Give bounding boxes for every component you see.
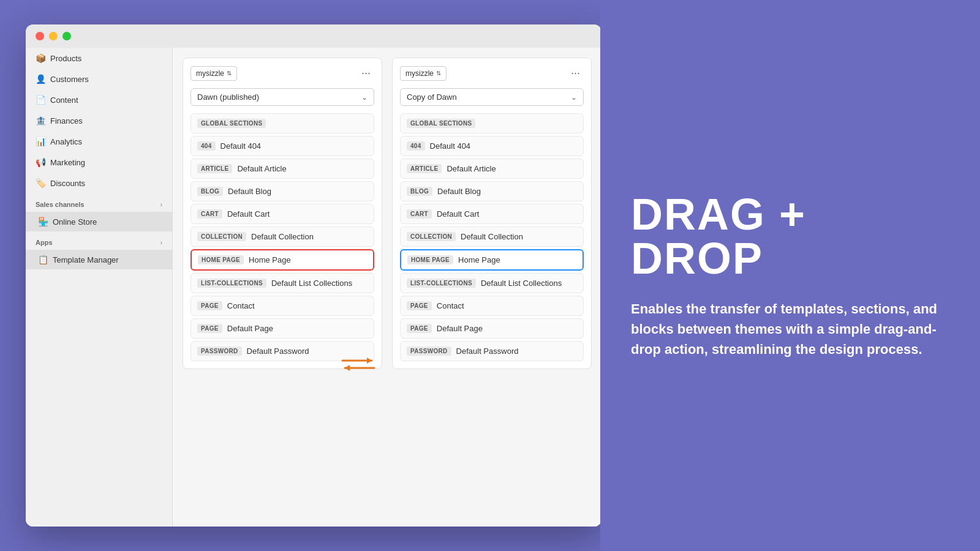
left-row-cart[interactable]: CART Default Cart [190, 204, 374, 224]
template-manager-icon: 📋 [38, 255, 48, 264]
browser-window: 📦 Products 👤 Customers 📄 Content 🏦 Finan… [26, 24, 601, 527]
right-row-collection[interactable]: COLLECTION Default Collection [400, 227, 584, 247]
left-more-button[interactable]: ··· [358, 66, 374, 81]
left-row-homepage[interactable]: HOME PAGE Home Page [190, 249, 374, 271]
left-store-badge[interactable]: mysizzle ⇅ [190, 66, 237, 81]
discounts-icon: 🏷️ [36, 178, 45, 188]
right-template-list: GLOBAL SECTIONS 404 Default 404 ARTICLE … [400, 113, 584, 361]
browser-body: 📦 Products 👤 Customers 📄 Content 🏦 Finan… [26, 48, 601, 527]
left-row-article[interactable]: ARTICLE Default Article [190, 159, 374, 179]
svg-marker-3 [345, 365, 350, 371]
store-badge-arrow: ⇅ [227, 70, 232, 77]
right-store-badge-arrow: ⇅ [436, 70, 441, 77]
right-panel: DRAG + DROP Enables the transfer of temp… [600, 0, 980, 551]
left-theme-select[interactable]: Dawn (published) ⌄ [190, 88, 374, 106]
right-row-contact[interactable]: PAGE Contact [400, 296, 584, 316]
sales-channels-header: Sales channels › [26, 193, 172, 212]
customers-icon: 👤 [36, 74, 45, 84]
sidebar-item-marketing[interactable]: 📢 Marketing [26, 152, 172, 173]
right-row-global[interactable]: GLOBAL SECTIONS [400, 113, 584, 133]
sidebar-item-online-store[interactable]: 🏪 Online Store [26, 212, 172, 231]
right-theme-select[interactable]: Copy of Dawn ⌄ [400, 88, 584, 106]
drag-drop-description: Enables the transfer of templates, secti… [631, 299, 949, 359]
left-row-blog[interactable]: BLOG Default Blog [190, 181, 374, 201]
left-template-list: GLOBAL SECTIONS 404 Default 404 ARTICLE … [190, 113, 374, 361]
sidebar-item-discounts[interactable]: 🏷️ Discounts [26, 173, 172, 193]
right-row-cart[interactable]: CART Default Cart [400, 204, 584, 224]
left-row-collection[interactable]: COLLECTION Default Collection [190, 227, 374, 247]
left-row-default-page[interactable]: PAGE Default Page [190, 318, 374, 339]
products-icon: 📦 [36, 53, 45, 63]
online-store-icon: 🏪 [38, 217, 48, 227]
svg-marker-1 [367, 358, 372, 364]
browser-chrome [26, 24, 601, 48]
right-theme-header: mysizzle ⇅ ··· [400, 66, 584, 81]
right-row-list-collections[interactable]: LIST-COLLECTIONS Default List Collection… [400, 273, 584, 293]
sidebar-item-customers[interactable]: 👤 Customers [26, 69, 172, 89]
maximize-dot[interactable] [62, 32, 71, 40]
sidebar-item-analytics[interactable]: 📊 Analytics [26, 131, 172, 152]
right-more-button[interactable]: ··· [567, 66, 584, 81]
left-theme-header: mysizzle ⇅ ··· [190, 66, 374, 81]
sidebar-item-template-manager[interactable]: 📋 Template Manager [26, 250, 172, 269]
chevron-icon: › [160, 201, 162, 208]
drag-drop-title: DRAG + DROP [631, 192, 949, 280]
sidebar-item-finances[interactable]: 🏦 Finances [26, 110, 172, 131]
sidebar-item-content[interactable]: 📄 Content [26, 89, 172, 110]
right-row-article[interactable]: ARTICLE Default Article [400, 159, 584, 179]
apps-header: Apps › [26, 231, 172, 250]
left-select-arrow-icon: ⌄ [361, 93, 368, 102]
marketing-icon: 📢 [36, 157, 45, 167]
right-select-arrow-icon: ⌄ [571, 93, 577, 102]
sidebar-item-products[interactable]: 📦 Products [26, 48, 172, 69]
drag-arrows-overlay [340, 353, 377, 375]
content-icon: 📄 [36, 95, 45, 105]
right-row-password[interactable]: PASSWORD Default Password [400, 341, 584, 361]
minimize-dot[interactable] [49, 32, 58, 40]
right-row-404[interactable]: 404 Default 404 [400, 136, 584, 156]
left-row-contact[interactable]: PAGE Contact [190, 296, 374, 316]
sidebar: 📦 Products 👤 Customers 📄 Content 🏦 Finan… [26, 48, 173, 527]
right-row-homepage[interactable]: HOME PAGE Home Page [400, 249, 584, 271]
main-content: mysizzle ⇅ ··· Dawn (published) ⌄ GLOBAL… [173, 48, 601, 527]
finances-icon: 🏦 [36, 116, 45, 126]
right-row-default-page[interactable]: PAGE Default Page [400, 318, 584, 339]
left-row-404[interactable]: 404 Default 404 [190, 136, 374, 156]
close-dot[interactable] [36, 32, 44, 40]
apps-chevron-icon: › [160, 239, 162, 246]
right-store-badge[interactable]: mysizzle ⇅ [400, 66, 447, 81]
themes-grid: mysizzle ⇅ ··· Dawn (published) ⌄ GLOBAL… [183, 58, 592, 369]
left-theme-column: mysizzle ⇅ ··· Dawn (published) ⌄ GLOBAL… [183, 58, 382, 369]
right-row-blog[interactable]: BLOG Default Blog [400, 181, 584, 201]
left-row-list-collections[interactable]: LIST-COLLECTIONS Default List Collection… [190, 273, 374, 293]
left-row-global[interactable]: GLOBAL SECTIONS [190, 113, 374, 133]
analytics-icon: 📊 [36, 137, 45, 146]
right-theme-column: mysizzle ⇅ ··· Copy of Dawn ⌄ GLOBAL SEC… [392, 58, 592, 369]
